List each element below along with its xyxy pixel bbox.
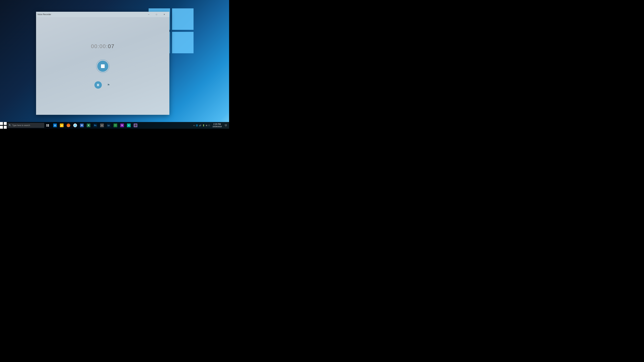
minimize-button[interactable]: ─ — [145, 12, 152, 17]
timer-prefix: 00:00: — [91, 43, 108, 49]
titlebar: Voice Recorder ─ □ ✕ — [36, 12, 170, 17]
taskbar-photoshop[interactable]: Ps — [92, 122, 98, 129]
taskbar: 🔍 Type here to search O 📁 🦊 — [0, 122, 229, 129]
search-icon: 🔍 — [9, 124, 11, 126]
outlook-icon: O — [53, 123, 57, 127]
notification-icon: 🗨 — [224, 124, 227, 127]
green-app-icon: ✦ — [127, 123, 131, 127]
shield-icon: 🛡 — [114, 123, 117, 127]
stop-button[interactable] — [97, 61, 108, 72]
maximize-button[interactable]: □ — [152, 12, 160, 17]
win-pane-br — [172, 32, 194, 53]
desktop: Voice Recorder ─ □ ✕ 00:00:07 — [0, 0, 229, 129]
taskbar-app-purple[interactable]: ⬛ — [132, 122, 139, 129]
taskbar-app-shield[interactable]: 🛡 — [112, 122, 119, 129]
onenote-icon: N — [120, 123, 124, 127]
taskbar-chrome[interactable]: 🌐 — [72, 122, 78, 129]
taskbar-onenote[interactable]: N — [119, 122, 126, 129]
tray-icon-2[interactable]: ⬡ — [208, 124, 210, 126]
bottom-controls: ⚑ — [94, 81, 111, 89]
flag-icon: ⚑ — [107, 83, 110, 87]
action-center-button[interactable]: 🗨 — [223, 122, 228, 129]
taskbar-excel[interactable]: X — [85, 122, 92, 129]
taskbar-firefox[interactable]: 🦊 — [65, 122, 72, 129]
pause-icon — [97, 84, 99, 86]
win-pane-tr — [172, 8, 194, 30]
system-tray: ∧ 🌐 🔊 🔋 ⊞ ⬡ 2:20 PM 10/26/2019 🗨 — [192, 122, 229, 129]
taskbar-outlook[interactable]: O — [52, 122, 58, 129]
battery-icon[interactable]: 🔋 — [202, 124, 205, 126]
task-view-button[interactable] — [44, 122, 51, 129]
firefox-icon: 🦊 — [66, 123, 70, 127]
svg-rect-3 — [4, 126, 7, 129]
word-icon: W — [80, 123, 84, 127]
taskbar-apps: O 📁 🦊 🌐 W X Ps — [52, 122, 139, 129]
svg-rect-7 — [48, 125, 49, 126]
window-title: Voice Recorder — [38, 13, 145, 15]
tray-icon-1[interactable]: ⊞ — [205, 124, 208, 126]
start-button[interactable] — [0, 122, 7, 129]
network-icon[interactable]: 🌐 — [195, 124, 198, 126]
timer-display: 00:00:07 — [91, 43, 114, 49]
excel-icon: X — [87, 123, 90, 127]
stop-button-container — [96, 59, 110, 73]
voice-recorder-window: Voice Recorder ─ □ ✕ 00:00:07 — [36, 12, 170, 115]
taskbar-file-explorer[interactable]: 📁 — [58, 122, 65, 129]
close-button[interactable]: ✕ — [160, 12, 168, 17]
svg-rect-6 — [46, 125, 47, 126]
svg-rect-2 — [0, 126, 3, 129]
taskbar-app-green[interactable]: ✦ — [126, 122, 132, 129]
notification-area: ∧ 🌐 🔊 🔋 ⊞ ⬡ — [192, 124, 211, 126]
clock-time: 2:20 PM — [213, 123, 221, 125]
search-box[interactable]: 🔍 Type here to search — [8, 123, 44, 128]
taskbar-app-generic1[interactable]: ≡ — [98, 122, 105, 129]
svg-rect-1 — [4, 122, 7, 125]
svg-rect-5 — [48, 124, 49, 125]
pause-bar-left — [97, 84, 98, 86]
pause-bar-right — [98, 84, 99, 86]
photoshop-icon: Ps — [94, 123, 97, 127]
file-explorer-icon: 📁 — [60, 123, 64, 127]
stop-icon — [101, 64, 105, 68]
timer-seconds: 07 — [108, 43, 114, 49]
search-placeholder: Type here to search — [12, 124, 30, 126]
chrome-icon: 🌐 — [73, 123, 77, 127]
stop-button-ring — [96, 59, 110, 73]
taskbar-lightroom[interactable]: Lr — [105, 122, 112, 129]
svg-rect-4 — [46, 124, 47, 125]
clock[interactable]: 2:20 PM 10/26/2019 — [211, 122, 223, 129]
clock-date: 10/26/2019 — [212, 125, 222, 128]
generic-icon-1: ≡ — [100, 123, 104, 127]
lightroom-icon: Lr — [107, 123, 110, 127]
recorder-body: 00:00:07 ⚑ — [36, 17, 170, 115]
flag-button[interactable]: ⚑ — [106, 82, 111, 88]
chevron-up-icon[interactable]: ∧ — [193, 124, 195, 126]
taskbar-word[interactable]: W — [78, 122, 85, 129]
volume-icon[interactable]: 🔊 — [198, 124, 202, 126]
purple-app-icon: ⬛ — [134, 123, 137, 127]
window-controls: ─ □ ✕ — [145, 12, 168, 17]
pause-button[interactable] — [94, 81, 102, 89]
svg-rect-0 — [0, 122, 3, 125]
